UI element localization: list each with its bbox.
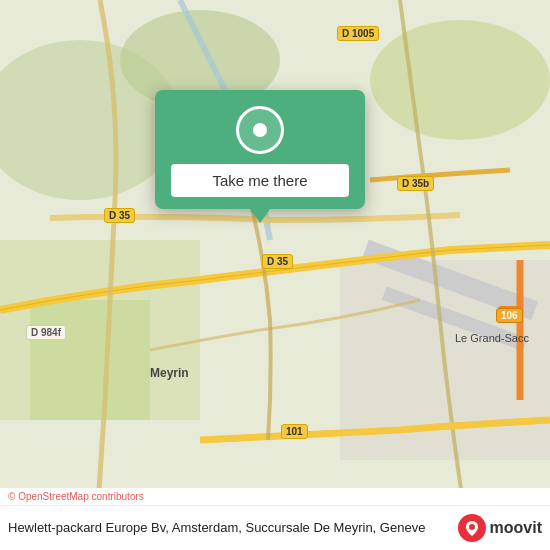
svg-rect-4 xyxy=(30,300,150,420)
moovit-text: moovit xyxy=(490,519,542,537)
place-meyrin: Meyrin xyxy=(150,366,189,380)
road-label-d35b: D 35b xyxy=(397,176,434,191)
location-info: Hewlett-packard Europe Bv, Amsterdam, Su… xyxy=(0,506,550,550)
popup-card: Take me there xyxy=(155,90,365,209)
road-label-d1005: D 1005 xyxy=(337,26,379,41)
location-text: Hewlett-packard Europe Bv, Amsterdam, Su… xyxy=(8,519,448,537)
road-label-106: 106 xyxy=(496,308,523,323)
location-pin-icon xyxy=(236,106,284,154)
svg-point-5 xyxy=(370,20,550,140)
moovit-logo: moovit xyxy=(458,514,542,542)
road-label-d35-2: D 35 xyxy=(262,254,293,269)
bottom-bar: © OpenStreetMap contributors Hewlett-pac… xyxy=(0,488,550,550)
place-grand-sacc: Le Grand-Sacc xyxy=(455,332,529,344)
take-me-there-button[interactable]: Take me there xyxy=(171,164,349,197)
map-container: D 35 D 35 D 35b D 1005 D 984f 101 106 Me… xyxy=(0,0,550,550)
pin-center xyxy=(253,123,267,137)
road-label-101: 101 xyxy=(281,424,308,439)
road-label-d984f: D 984f xyxy=(26,325,66,340)
attribution-text: © OpenStreetMap contributors xyxy=(8,491,144,502)
attribution: © OpenStreetMap contributors xyxy=(0,488,550,506)
map-background xyxy=(0,0,550,550)
moovit-pin-icon xyxy=(458,514,486,542)
svg-point-11 xyxy=(469,524,475,530)
road-label-d35-1: D 35 xyxy=(104,208,135,223)
